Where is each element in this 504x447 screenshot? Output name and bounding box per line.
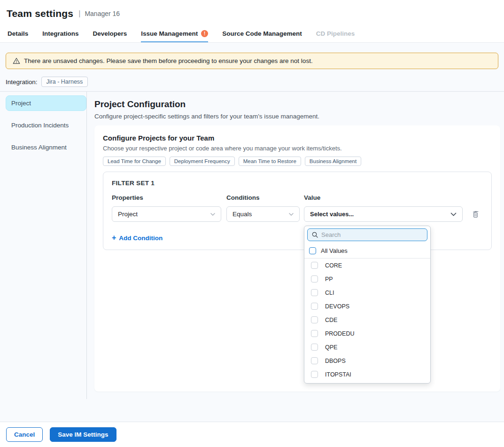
dropdown-option[interactable]: ITOPSTAI	[304, 368, 430, 381]
trash-icon	[472, 210, 479, 218]
sidebar-item-business-alignment[interactable]: Business Alignment	[6, 140, 86, 155]
option-checkbox[interactable]	[311, 371, 318, 378]
configure-projects-card: Configure Projects for your Team Choose …	[94, 125, 500, 392]
value-select-placeholder: Select values...	[310, 211, 354, 218]
search-input[interactable]	[321, 231, 423, 238]
section-subtitle: Configure project-specific settings and …	[94, 113, 500, 120]
add-condition-label: Add Condition	[119, 235, 163, 242]
sidebar: Project Production Incidents Business Al…	[0, 92, 87, 399]
dropdown-option[interactable]: CLI	[304, 286, 430, 299]
column-header-value: Value	[304, 194, 463, 201]
plus-icon: +	[112, 234, 116, 242]
tab-bar: Details Integrations Developers Issue Ma…	[0, 27, 504, 43]
footer-actions: Cancel Save IM Settings	[0, 422, 504, 447]
option-checkbox[interactable]	[311, 275, 318, 282]
save-im-settings-button[interactable]: Save IM Settings	[50, 427, 116, 442]
tab-source-code-management[interactable]: Source Code Management	[222, 27, 302, 42]
option-checkbox[interactable]	[311, 289, 318, 296]
integration-chip[interactable]: Jira - Harness	[41, 77, 88, 87]
tab-cd-pipelines: CD Pipelines	[316, 27, 355, 42]
warning-triangle-icon	[13, 57, 20, 64]
option-checkbox[interactable]	[311, 330, 318, 337]
page-title: Team settings	[7, 8, 73, 19]
metric-chips: Lead Time for Change Deployment Frequenc…	[103, 157, 492, 166]
dropdown-option[interactable]: PRODEDU	[304, 327, 430, 340]
column-header-conditions: Conditions	[226, 194, 300, 201]
dropdown-option[interactable]: PIPE	[304, 381, 430, 384]
section-title: Project Configuration	[94, 99, 500, 110]
filter-row: Project Equals	[112, 206, 483, 222]
dropdown-option[interactable]: QPE	[304, 340, 430, 354]
title-separator: |	[78, 9, 80, 18]
value-select[interactable]: Select values...	[304, 206, 463, 222]
integration-row: Integration: Jira - Harness	[6, 77, 498, 87]
column-header-properties: Properties	[112, 194, 221, 201]
tab-details[interactable]: Details	[8, 27, 28, 42]
properties-select-value: Project	[118, 211, 138, 218]
tab-integrations[interactable]: Integrations	[42, 27, 78, 42]
value-select-wrap: Select values...	[304, 206, 463, 222]
chip-mean-time-to-restore[interactable]: Mean Time to Restore	[239, 157, 301, 166]
sidebar-item-production-incidents[interactable]: Production Incidents	[6, 118, 86, 133]
chip-deployment-frequency[interactable]: Deployment Frequency	[170, 157, 235, 166]
value-dropdown-panel: All Values CORE PP CLI DEVOPS CDE PRODED…	[304, 226, 431, 384]
page-header: Team settings | Manager 16	[0, 0, 504, 27]
integration-label: Integration:	[6, 78, 38, 86]
dropdown-search-box	[307, 228, 427, 241]
option-checkbox[interactable]	[311, 303, 318, 310]
sidebar-item-project[interactable]: Project	[6, 95, 86, 111]
team-name: Manager 16	[85, 10, 120, 17]
dropdown-option[interactable]: PP	[304, 272, 430, 286]
dropdown-option[interactable]: CDE	[304, 313, 430, 327]
dropdown-option[interactable]: CORE	[304, 259, 430, 272]
filter-column-headers: Properties Conditions Value	[112, 194, 483, 201]
content-area: There are unsaved changes. Please save t…	[0, 43, 504, 422]
dropdown-option[interactable]: DEVOPS	[304, 299, 430, 313]
properties-select[interactable]: Project	[112, 206, 221, 222]
unsaved-warning-badge-icon: !	[201, 30, 208, 37]
conditions-select[interactable]: Equals	[226, 206, 300, 222]
dropdown-option[interactable]: DBOPS	[304, 354, 430, 368]
delete-filter-button[interactable]	[472, 210, 479, 218]
chip-lead-time-for-change[interactable]: Lead Time for Change	[103, 157, 166, 166]
conditions-select-value: Equals	[233, 211, 252, 218]
columns: Project Production Incidents Business Al…	[0, 92, 504, 399]
chevron-down-icon	[450, 212, 457, 216]
option-checkbox[interactable]	[311, 344, 318, 351]
cancel-button[interactable]: Cancel	[6, 427, 43, 442]
option-checkbox[interactable]	[311, 357, 318, 364]
unsaved-changes-banner: There are unsaved changes. Please save t…	[6, 53, 498, 69]
card-title: Configure Projects for your Team	[103, 134, 492, 142]
filter-set-title: FILTER SET 1	[112, 180, 483, 187]
chip-business-alignment[interactable]: Business Alignment	[305, 157, 361, 166]
banner-text: There are unsaved changes. Please save t…	[24, 57, 313, 64]
filter-set-1: FILTER SET 1 Properties Conditions Value…	[103, 172, 492, 250]
search-icon	[312, 232, 318, 238]
option-checkbox[interactable]	[311, 316, 318, 323]
tab-issue-management[interactable]: Issue Management !	[141, 27, 208, 42]
option-checkbox[interactable]	[311, 262, 318, 269]
dropdown-search-wrap	[304, 226, 430, 243]
all-values-checkbox[interactable]	[309, 247, 316, 254]
main-panel: Project Configuration Configure project-…	[87, 92, 504, 399]
all-values-option[interactable]: All Values	[304, 243, 430, 258]
all-values-label: All Values	[321, 247, 348, 254]
chevron-down-icon	[210, 213, 215, 216]
card-subtitle: Choose your respective project or code a…	[103, 145, 492, 152]
add-condition-button[interactable]: + Add Condition	[112, 234, 163, 242]
tab-developers[interactable]: Developers	[93, 27, 127, 42]
chevron-down-icon	[289, 213, 294, 216]
